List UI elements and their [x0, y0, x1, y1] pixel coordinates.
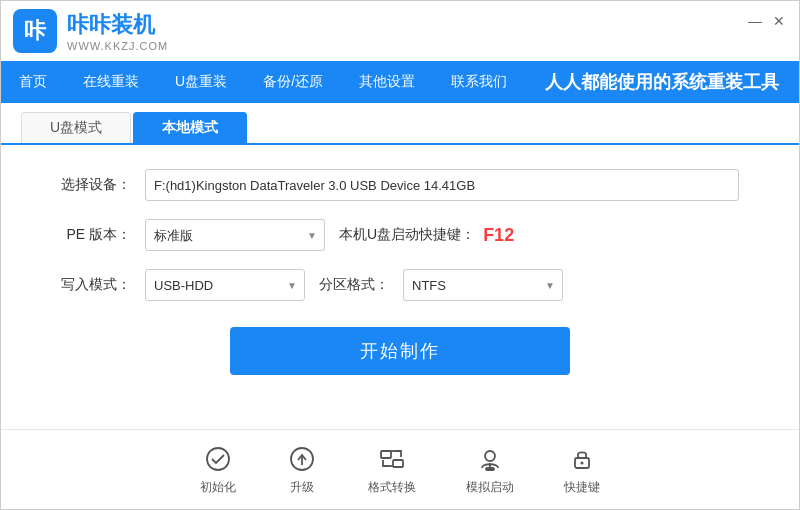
tool-shortcut-keys-label: 快捷键 — [564, 479, 600, 496]
start-btn-row: 开始制作 — [61, 327, 739, 375]
close-button[interactable]: ✕ — [771, 13, 787, 29]
nav-bar: 首页 在线重装 U盘重装 备份/还原 其他设置 联系我们 人人都能使用的系统重装… — [1, 61, 799, 103]
pe-row: PE 版本： 标准版 ▼ 本机U盘启动快捷键： F12 — [61, 219, 739, 251]
nav-item-contact[interactable]: 联系我们 — [433, 61, 525, 103]
check-circle-icon — [202, 443, 234, 475]
tool-format-convert[interactable]: 格式转换 — [368, 443, 416, 496]
shortcut-label: 本机U盘启动快捷键： — [339, 226, 475, 244]
write-label: 写入模式： — [61, 276, 131, 294]
format-convert-svg — [379, 446, 405, 472]
format-convert-icon — [376, 443, 408, 475]
tab-bar: U盘模式 本地模式 — [1, 103, 799, 145]
minimize-button[interactable]: — — [747, 13, 763, 29]
device-label: 选择设备： — [61, 176, 131, 194]
initialize-svg — [205, 446, 231, 472]
simulate-boot-svg — [477, 446, 503, 472]
start-button[interactable]: 开始制作 — [230, 327, 570, 375]
title-bar: 咔 咔咔装机 WWW.KKZJ.COM — ✕ — [1, 1, 799, 61]
nav-tagline: 人人都能使用的系统重装工具 — [545, 70, 799, 94]
tab-local-mode[interactable]: 本地模式 — [133, 112, 247, 143]
tool-initialize[interactable]: 初始化 — [200, 443, 236, 496]
svg-rect-4 — [393, 460, 403, 467]
svg-rect-3 — [381, 451, 391, 458]
tool-shortcut-keys[interactable]: 快捷键 — [564, 443, 600, 496]
logo-text: 咔咔装机 WWW.KKZJ.COM — [67, 10, 168, 52]
tab-usb-mode[interactable]: U盘模式 — [21, 112, 131, 143]
svg-point-7 — [485, 451, 495, 461]
nav-item-usb-reinstall[interactable]: U盘重装 — [157, 61, 245, 103]
upload-circle-icon — [286, 443, 318, 475]
window-controls: — ✕ — [747, 13, 787, 29]
nav-item-home[interactable]: 首页 — [1, 61, 65, 103]
nav-items: 首页 在线重装 U盘重装 备份/还原 其他设置 联系我们 — [1, 61, 525, 103]
device-select-wrapper: F:(hd1)Kingston DataTraveler 3.0 USB Dev… — [145, 169, 739, 201]
shortcut-area: 本机U盘启动快捷键： F12 — [339, 225, 549, 246]
app-logo-icon: 咔 — [13, 9, 57, 53]
logo-area: 咔 咔咔装机 WWW.KKZJ.COM — [13, 9, 168, 53]
nav-item-other-settings[interactable]: 其他设置 — [341, 61, 433, 103]
partition-select[interactable]: NTFS — [403, 269, 563, 301]
tool-simulate-boot-label: 模拟启动 — [466, 479, 514, 496]
write-row: 写入模式： USB-HDD ▼ 分区格式： NTFS ▼ — [61, 269, 739, 301]
simulate-boot-icon — [474, 443, 506, 475]
app-url: WWW.KKZJ.COM — [67, 40, 168, 52]
pe-select[interactable]: 标准版 — [145, 219, 325, 251]
main-window: 咔 咔咔装机 WWW.KKZJ.COM — ✕ 首页 在线重装 U盘重装 备份/… — [0, 0, 800, 510]
nav-item-online-reinstall[interactable]: 在线重装 — [65, 61, 157, 103]
write-select[interactable]: USB-HDD — [145, 269, 305, 301]
tool-initialize-label: 初始化 — [200, 479, 236, 496]
tool-upgrade[interactable]: 升级 — [286, 443, 318, 496]
tool-upgrade-label: 升级 — [290, 479, 314, 496]
tool-format-convert-label: 格式转换 — [368, 479, 416, 496]
app-name: 咔咔装机 — [67, 10, 168, 40]
lock-icon — [566, 443, 598, 475]
shortcut-key: F12 — [483, 225, 514, 246]
upgrade-svg — [289, 446, 315, 472]
bottom-toolbar: 初始化 升级 — [1, 429, 799, 509]
partition-label: 分区格式： — [319, 276, 389, 294]
shortcut-svg — [569, 446, 595, 472]
svg-point-0 — [207, 448, 229, 470]
device-row: 选择设备： F:(hd1)Kingston DataTraveler 3.0 U… — [61, 169, 739, 201]
device-select[interactable]: F:(hd1)Kingston DataTraveler 3.0 USB Dev… — [145, 169, 739, 201]
svg-rect-9 — [486, 468, 494, 470]
svg-point-11 — [581, 462, 584, 465]
main-content: 选择设备： F:(hd1)Kingston DataTraveler 3.0 U… — [1, 145, 799, 429]
tool-simulate-boot[interactable]: 模拟启动 — [466, 443, 514, 496]
nav-item-backup-restore[interactable]: 备份/还原 — [245, 61, 341, 103]
pe-label: PE 版本： — [61, 226, 131, 244]
